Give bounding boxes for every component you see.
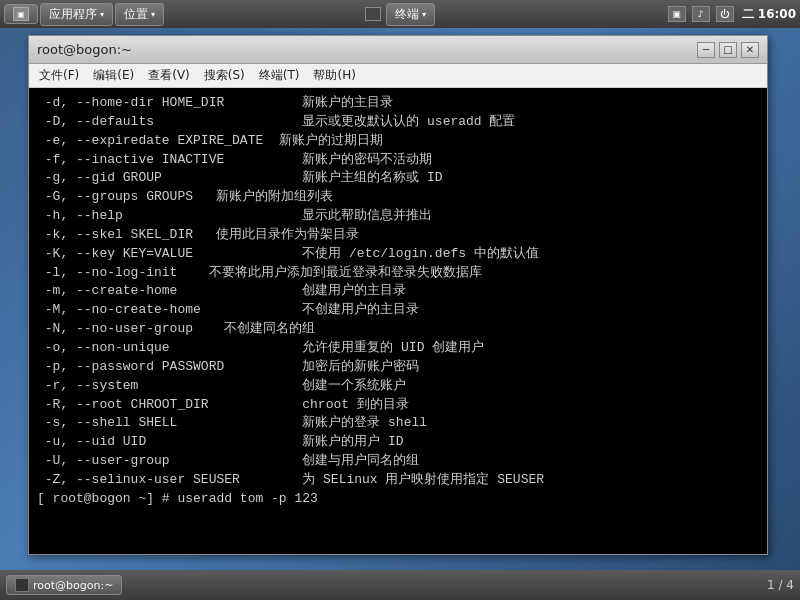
terminal-label: 终端 (395, 6, 419, 23)
display-icon: ▣ (668, 6, 686, 22)
terminal-menubar: 文件(F) 编辑(E) 查看(V) 搜索(S) 终端(T) 帮助(H) (29, 64, 767, 88)
terminal-arrow: ▾ (422, 10, 426, 19)
menu-help[interactable]: 帮助(H) (307, 65, 361, 86)
bottom-taskbar: root@bogon:~ 1 / 4 (0, 570, 800, 600)
terminal-line: -k, --skel SKEL_DIR 使用此目录作为骨架目录 (37, 226, 759, 245)
menu-search[interactable]: 搜索(S) (198, 65, 251, 86)
terminal-line: -Z, --selinux-user SEUSER 为 SELinux 用户映射… (37, 471, 759, 490)
task-icon (15, 578, 29, 592)
minimize-button[interactable]: ─ (697, 42, 715, 58)
terminal-output[interactable]: -d, --home-dir HOME_DIR 新账户的主目录 -D, --de… (29, 88, 767, 554)
places-menu-btn[interactable]: 位置 ▾ (115, 3, 164, 26)
close-button[interactable]: ✕ (741, 42, 759, 58)
terminal-icon (365, 7, 381, 21)
menu-file[interactable]: 文件(F) (33, 65, 85, 86)
terminal-line: -u, --uid UID 新账户的用户 ID (37, 433, 759, 452)
taskbar-right: ▣ ♪ ⏻ 二 16:00 (668, 6, 796, 23)
terminal-line: -M, --no-create-home 不创建用户的主目录 (37, 301, 759, 320)
page-indicator: 1 / 4 (767, 578, 794, 592)
terminal-line: -K, --key KEY=VALUE 不使用 /etc/login.defs … (37, 245, 759, 264)
apps-arrow: ▾ (100, 10, 104, 19)
power-icon[interactable]: ⏻ (716, 6, 734, 22)
terminal-line: -h, --help 显示此帮助信息并推出 (37, 207, 759, 226)
terminal-menu-btn[interactable]: 终端 ▾ (386, 3, 435, 26)
volume-icon[interactable]: ♪ (692, 6, 710, 22)
terminal-window: root@bogon:~ ─ □ ✕ 文件(F) 编辑(E) 查看(V) 搜索(… (28, 35, 768, 555)
apps-icon-btn[interactable]: ▣ (4, 4, 38, 24)
task-label: root@bogon:~ (33, 579, 113, 592)
terminal-line: -o, --non-unique 允许使用重复的 UID 创建用户 (37, 339, 759, 358)
terminal-line: -p, --password PASSWORD 加密后的新账户密码 (37, 358, 759, 377)
taskbar-left: ▣ 应用程序 ▾ 位置 ▾ (4, 3, 164, 26)
terminal-line: -g, --gid GROUP 新账户主组的名称或 ID (37, 169, 759, 188)
window-controls: ─ □ ✕ (697, 42, 759, 58)
maximize-button[interactable]: □ (719, 42, 737, 58)
terminal-line: -U, --user-group 创建与用户同名的组 (37, 452, 759, 471)
terminal-prompt: [ root@bogon ~] # useradd tom -p 123 (37, 490, 759, 509)
terminal-line: -m, --create-home 创建用户的主目录 (37, 282, 759, 301)
terminal-line: -s, --shell SHELL 新账户的登录 shell (37, 414, 759, 433)
clock: 二 16:00 (742, 6, 796, 23)
terminal-line: -R, --root CHROOT_DIR chroot 到的目录 (37, 396, 759, 415)
terminal-line: -N, --no-user-group 不创建同名的组 (37, 320, 759, 339)
apps-menu-btn[interactable]: 应用程序 ▾ (40, 3, 113, 26)
top-taskbar: ▣ 应用程序 ▾ 位置 ▾ 终端 ▾ ▣ ♪ ⏻ 二 16:00 (0, 0, 800, 28)
terminal-line: -f, --inactive INACTIVE 新账户的密码不活动期 (37, 151, 759, 170)
menu-edit[interactable]: 编辑(E) (87, 65, 140, 86)
terminal-line: -d, --home-dir HOME_DIR 新账户的主目录 (37, 94, 759, 113)
places-arrow: ▾ (151, 10, 155, 19)
terminal-line: -G, --groups GROUPS 新账户的附加组列表 (37, 188, 759, 207)
places-label: 位置 (124, 6, 148, 23)
menu-terminal[interactable]: 终端(T) (253, 65, 306, 86)
terminal-titlebar: root@bogon:~ ─ □ ✕ (29, 36, 767, 64)
terminal-line: -e, --expiredate EXPIRE_DATE 新账户的过期日期 (37, 132, 759, 151)
terminal-line: -l, --no-log-init 不要将此用户添加到最近登录和登录失败数据库 (37, 264, 759, 283)
terminal-line: -D, --defaults 显示或更改默认认的 useradd 配置 (37, 113, 759, 132)
bottom-task-btn[interactable]: root@bogon:~ (6, 575, 122, 595)
apps-icon: ▣ (13, 7, 29, 21)
taskbar-center: 终端 ▾ (365, 3, 435, 26)
apps-label: 应用程序 (49, 6, 97, 23)
terminal-title: root@bogon:~ (37, 42, 132, 57)
menu-view[interactable]: 查看(V) (142, 65, 196, 86)
terminal-line: -r, --system 创建一个系统账户 (37, 377, 759, 396)
system-icons: ▣ ♪ ⏻ (668, 6, 734, 22)
